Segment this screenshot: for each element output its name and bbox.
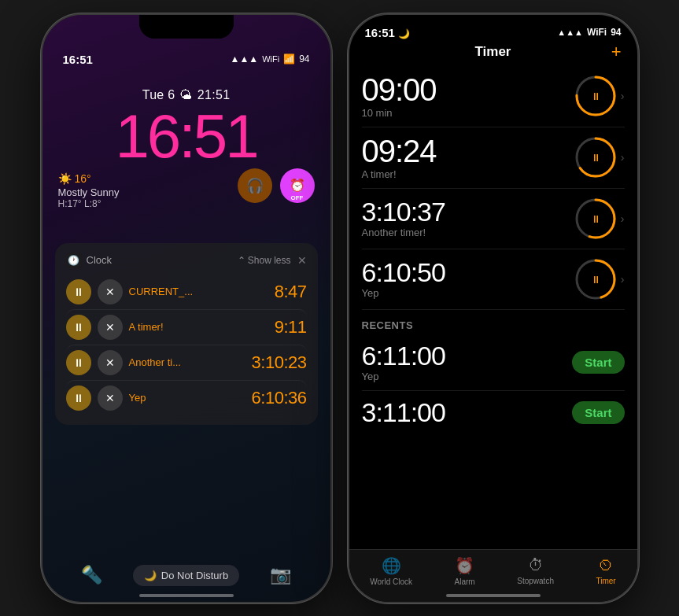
notch-right — [446, 15, 541, 39]
chevron-right-4: › — [621, 273, 625, 286]
notification-header: 🕐 Clock ⌃ Show less ✕ — [66, 253, 307, 268]
timer-arc-4[interactable]: ⏸ — [574, 257, 618, 301]
pause-btn-3[interactable]: ⏸ — [66, 350, 91, 375]
timer-name-3: Another timer! — [362, 227, 574, 238]
timer-arc-2[interactable]: ⏸ — [574, 135, 618, 179]
weather-temp: ☀️ 16° — [58, 172, 120, 185]
right-phone: 16:51 🌙 ▲▲▲ WiFi 94 Timer + 09:00 10 min — [348, 13, 639, 603]
off-label: OFF — [291, 194, 304, 201]
left-phone: 16:51 ▲▲▲ WiFi 📶 94 Tue 6 🌤 21:51 16:51 … — [41, 13, 332, 603]
alarm-icon: ⏰ — [290, 178, 305, 193]
stopwatch-label: Stopwatch — [517, 577, 554, 585]
do-not-disturb-btn[interactable]: 🌙 Do Not Disturb — [133, 565, 239, 586]
timer-controls-1: ⏸ › — [574, 74, 625, 118]
start-btn-2[interactable]: Start — [572, 401, 624, 424]
flashlight-icon[interactable]: 🔦 — [81, 565, 102, 585]
quick-actions: 🎧 ⏰ OFF — [238, 168, 315, 203]
status-bar: 16:51 ▲▲▲ WiFi 📶 94 — [55, 46, 318, 66]
timer-rows: ⏸ ✕ CURRENT_... 8:47 ⏸ ✕ A timer! — [66, 275, 307, 415]
pause-btn-2[interactable]: ⏸ — [66, 315, 91, 340]
status-time: 16:51 — [63, 53, 93, 66]
cancel-btn-3[interactable]: ✕ — [98, 350, 123, 375]
app-header: Timer + — [349, 39, 637, 66]
lock-bottom-controls: 🔦 🌙 Do Not Disturb 📷 — [42, 565, 330, 586]
status-icons-right: ▲▲▲ WiFi 94 — [557, 27, 621, 38]
lock-date: Tue 6 🌤 21:51 — [55, 88, 318, 102]
timer-controls-2: ⏸ › — [574, 135, 625, 179]
timer-row-3: ⏸ ✕ Another ti... 3:10:23 — [66, 345, 307, 380]
add-timer-btn[interactable]: + — [611, 42, 622, 62]
battery-right: 94 — [611, 27, 621, 38]
x-icon-1: ✕ — [105, 286, 115, 298]
active-timer-2[interactable]: 09:24 A timer! ⏸ › — [362, 127, 625, 189]
active-timer-4[interactable]: 6:10:50 Yep ⏸ › — [362, 249, 625, 310]
timer-tab-icon: ⏲ — [598, 556, 614, 574]
wifi-icon: ▲▲▲ — [231, 53, 259, 65]
weather-description: Mostly Sunny — [58, 186, 120, 198]
start-btn-1[interactable]: Start — [572, 351, 624, 374]
recent-timer-2[interactable]: 3:11:00 Start — [362, 391, 625, 435]
wifi-signal-icon: WiFi — [262, 54, 279, 64]
tab-world-clock[interactable]: 🌐 World Clock — [370, 556, 412, 586]
timer-item-left-3: 3:10:37 Another timer! — [362, 198, 574, 238]
recents-header: RECENTS — [362, 310, 625, 334]
recent-display-2: 3:11:00 — [362, 399, 573, 426]
timer-list[interactable]: 09:00 10 min ⏸ › 09: — [349, 66, 637, 549]
wifi-icon-right: WiFi — [587, 27, 607, 38]
cancel-btn-4[interactable]: ✕ — [98, 385, 123, 411]
timer-name-1: 10 min — [362, 107, 574, 119]
tab-stopwatch[interactable]: ⏱ Stopwatch — [517, 556, 554, 585]
date-time-area: Tue 6 🌤 21:51 16:51 — [55, 72, 318, 178]
x-icon-2: ✕ — [105, 321, 115, 334]
notif-controls: ⌃ Show less ✕ — [238, 254, 307, 267]
battery-icon: 📶 — [283, 53, 295, 65]
timer-display-1: 09:00 — [362, 74, 574, 105]
cancel-btn-2[interactable]: ✕ — [98, 315, 123, 340]
timer-display-3: 3:10:37 — [362, 198, 574, 225]
tab-timer[interactable]: ⏲ Timer — [596, 556, 616, 585]
active-timer-1[interactable]: 09:00 10 min ⏸ › — [362, 66, 625, 127]
show-less-btn[interactable]: ⌃ Show less — [238, 255, 291, 266]
svg-text:⏸: ⏸ — [590, 274, 600, 286]
lockscreen: 16:51 ▲▲▲ WiFi 📶 94 Tue 6 🌤 21:51 16:51 … — [42, 15, 330, 602]
recent-item-left-1: 6:11:00 Yep — [362, 342, 573, 382]
dnd-label: Do Not Disturb — [161, 570, 228, 581]
active-timer-3[interactable]: 3:10:37 Another timer! ⏸ › — [362, 189, 625, 249]
chevron-up-icon: ⌃ — [238, 255, 245, 266]
temp-text: 16° — [75, 172, 91, 185]
camera-icon[interactable]: 📷 — [270, 565, 291, 585]
sun-icon: ☀️ — [58, 172, 72, 185]
alarm-off-btn[interactable]: ⏰ OFF — [280, 168, 315, 203]
timer-name-4: Yep — [362, 287, 574, 299]
timer-time-3: 3:10:23 — [252, 352, 307, 373]
timer-time-2: 9:11 — [275, 317, 307, 338]
timer-arc-1[interactable]: ⏸ — [574, 74, 618, 118]
timer-display-2: 09:24 — [362, 135, 574, 167]
svg-text:⏸: ⏸ — [590, 152, 600, 164]
weather-hi-lo: H:17° L:8° — [58, 198, 120, 209]
weather-icon-inline: 🌤 — [179, 88, 192, 102]
notch-left — [139, 15, 234, 39]
recent-timer-1[interactable]: 6:11:00 Yep Start — [362, 334, 625, 391]
clock-widget-btn[interactable]: 🎧 — [238, 168, 272, 203]
timer-tab-label: Timer — [596, 577, 616, 585]
timer-label-1: CURRENT_... — [129, 286, 268, 297]
timer-label-4: Yep — [129, 392, 245, 404]
show-less-label: Show less — [248, 255, 291, 266]
tab-alarm[interactable]: ⏰ Alarm — [455, 556, 475, 586]
lock-main-time: 16:51 — [55, 105, 318, 167]
recent-name-1: Yep — [362, 371, 573, 382]
timer-arc-3[interactable]: ⏸ — [574, 197, 618, 241]
cancel-btn-1[interactable]: ✕ — [98, 279, 123, 304]
alarm-tab-label: Alarm — [455, 577, 475, 586]
clock-notification[interactable]: 🕐 Clock ⌃ Show less ✕ ⏸ — [55, 243, 318, 425]
pause-btn-4[interactable]: ⏸ — [66, 385, 91, 411]
pause-icon-2: ⏸ — [73, 321, 84, 334]
signal-icon-right: ▲▲▲ — [557, 28, 583, 37]
moon-icon: 🌙 — [144, 570, 157, 581]
timer-time-1: 8:47 — [275, 282, 307, 302]
close-notification-btn[interactable]: ✕ — [297, 254, 307, 267]
x-icon-3: ✕ — [105, 356, 115, 369]
chevron-right-3: › — [621, 212, 625, 225]
pause-btn-1[interactable]: ⏸ — [66, 279, 91, 304]
